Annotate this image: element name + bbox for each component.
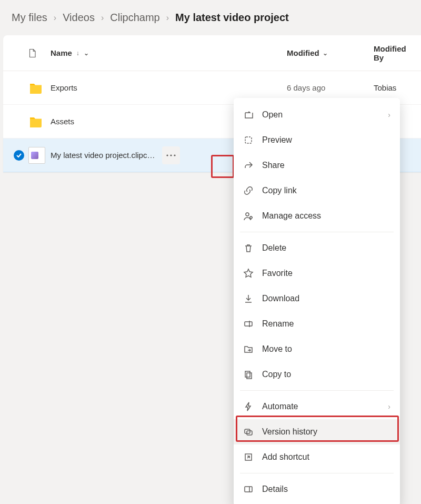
- breadcrumb: My files › Videos › Clipchamp › My lates…: [0, 0, 421, 35]
- menu-label: Delete: [262, 243, 390, 253]
- folder-icon: [28, 116, 43, 127]
- header-modified-label: Modified: [287, 48, 319, 57]
- menu-label: Open: [262, 110, 379, 120]
- menu-version-history[interactable]: Version history: [234, 419, 400, 444]
- download-icon: [243, 293, 254, 304]
- svg-point-2: [174, 154, 176, 156]
- version-icon: [243, 427, 254, 437]
- menu-label: Move to: [262, 344, 390, 354]
- menu-label: Details: [262, 485, 390, 494]
- chevron-right-icon: ›: [388, 111, 390, 119]
- moveto-icon: [243, 344, 254, 354]
- checkmark-icon: [14, 150, 24, 161]
- breadcrumb-current: My latest video project: [175, 12, 289, 24]
- breadcrumb-link[interactable]: Videos: [63, 12, 95, 24]
- header-filetype[interactable]: [14, 47, 51, 59]
- clipchamp-file-icon: [28, 147, 45, 164]
- menu-manage-access[interactable]: Manage access: [234, 203, 400, 229]
- row-check[interactable]: [14, 150, 28, 161]
- menu-details[interactable]: Details: [234, 477, 400, 502]
- menu-download[interactable]: Download: [234, 286, 400, 311]
- svg-rect-3: [245, 137, 252, 143]
- menu-copy-to[interactable]: Copy to: [234, 362, 400, 387]
- open-icon: [243, 110, 254, 120]
- more-actions-button[interactable]: [162, 146, 180, 164]
- header-name[interactable]: Name ↓ ⌄: [51, 48, 287, 57]
- ellipsis-icon: [166, 154, 176, 156]
- menu-label: Manage access: [262, 211, 390, 221]
- menu-label: Copy link: [262, 186, 390, 195]
- breadcrumb-link[interactable]: My files: [12, 12, 47, 24]
- preview-icon: [243, 135, 254, 145]
- document-icon: [27, 47, 37, 59]
- header-modified-by-label: Modified By: [374, 44, 406, 62]
- menu-rename[interactable]: Rename: [234, 311, 400, 337]
- svg-point-0: [167, 154, 168, 156]
- menu-open[interactable]: Open ›: [234, 102, 400, 127]
- delete-icon: [243, 243, 254, 253]
- svg-rect-6: [245, 322, 252, 326]
- automate-icon: [243, 401, 254, 412]
- menu-label: Share: [262, 161, 390, 170]
- rename-icon: [243, 319, 254, 329]
- folder-icon: [28, 82, 43, 94]
- chevron-down-icon: ⌄: [323, 50, 328, 57]
- menu-label: Favorite: [262, 269, 390, 278]
- menu-copy-link[interactable]: Copy link: [234, 178, 400, 203]
- menu-label: Automate: [262, 402, 379, 411]
- row-icon: [28, 116, 51, 127]
- access-icon: [243, 211, 254, 221]
- table-header: Name ↓ ⌄ Modified ⌄ Modified By: [3, 35, 421, 71]
- menu-favorite[interactable]: Favorite: [234, 261, 400, 286]
- svg-point-5: [250, 216, 252, 219]
- row-icon: [28, 147, 51, 164]
- favorite-icon: [243, 268, 254, 279]
- menu-separator: [240, 473, 394, 473]
- menu-automate[interactable]: Automate ›: [234, 394, 400, 419]
- context-menu: Open › Preview Share Copy link Manage ac…: [234, 98, 400, 504]
- menu-label: Preview: [262, 135, 390, 145]
- chevron-right-icon: ›: [388, 402, 390, 411]
- breadcrumb-link[interactable]: Clipchamp: [110, 12, 159, 24]
- row-icon: [28, 82, 51, 94]
- menu-move-to[interactable]: Move to: [234, 337, 400, 362]
- chevron-down-icon: ⌄: [84, 50, 89, 57]
- row-modified: 6 days ago: [287, 83, 374, 92]
- row-modified-by: Tobias: [374, 83, 410, 92]
- menu-label: Add shortcut: [262, 452, 390, 462]
- menu-label: Download: [262, 294, 390, 303]
- menu-label: Version history: [262, 427, 390, 437]
- header-modified-by[interactable]: Modified By: [374, 44, 410, 62]
- chevron-right-icon: ›: [166, 13, 169, 23]
- menu-label: Copy to: [262, 370, 390, 379]
- menu-share[interactable]: Share: [234, 153, 400, 178]
- header-modified[interactable]: Modified ⌄: [287, 48, 374, 57]
- svg-point-4: [246, 213, 249, 216]
- svg-rect-8: [247, 373, 252, 379]
- menu-label: Rename: [262, 319, 390, 329]
- row-name[interactable]: My latest video project.clipc…: [51, 151, 155, 160]
- svg-point-1: [171, 154, 172, 156]
- chevron-right-icon: ›: [101, 13, 104, 23]
- menu-separator: [240, 390, 394, 391]
- arrow-down-icon: ↓: [76, 50, 79, 57]
- chevron-right-icon: ›: [54, 13, 56, 23]
- link-icon: [243, 185, 254, 196]
- shortcut-icon: [243, 452, 254, 462]
- copyto-icon: [243, 369, 254, 380]
- header-name-label: Name: [51, 48, 72, 57]
- row-name[interactable]: Exports: [51, 83, 287, 92]
- share-icon: [243, 160, 254, 171]
- details-icon: [243, 484, 254, 495]
- menu-separator: [240, 232, 394, 232]
- svg-rect-12: [245, 487, 252, 492]
- menu-add-shortcut[interactable]: Add shortcut: [234, 444, 400, 470]
- menu-preview[interactable]: Preview: [234, 127, 400, 153]
- menu-delete[interactable]: Delete: [234, 235, 400, 261]
- svg-rect-7: [245, 371, 250, 377]
